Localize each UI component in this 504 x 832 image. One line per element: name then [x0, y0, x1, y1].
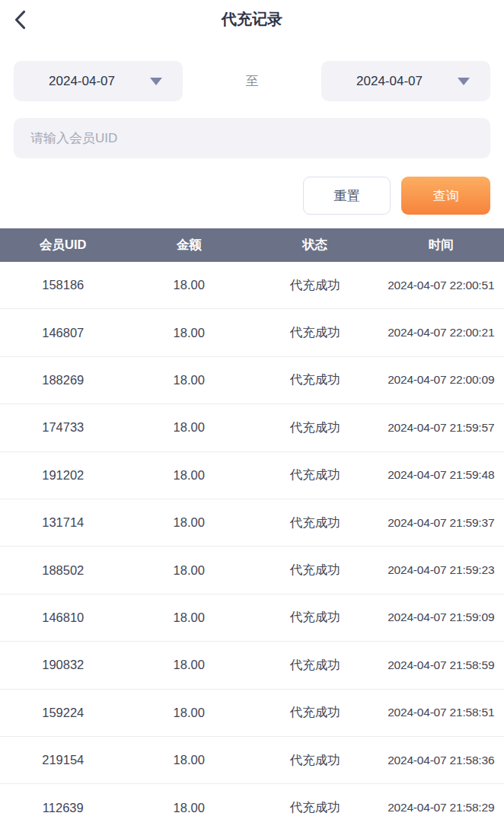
cell-status: 代充成功 [252, 657, 378, 674]
cell-status: 代充成功 [252, 562, 378, 579]
records-table: 会员UID 金额 状态 时间 158186 18.00 代充成功 2024-04… [0, 228, 504, 832]
cell-status: 代充成功 [252, 419, 378, 436]
table-row: 131714 18.00 代充成功 2024-04-07 21:59:37 [0, 499, 504, 547]
cell-status: 代充成功 [252, 799, 378, 816]
table-row: 112639 18.00 代充成功 2024-04-07 21:58:29 [0, 784, 504, 831]
cell-status: 代充成功 [252, 752, 378, 769]
cell-amount: 18.00 [126, 468, 253, 483]
column-header-time: 时间 [378, 237, 504, 253]
table-row: 191202 18.00 代充成功 2024-04-07 21:59:48 [0, 452, 504, 499]
table-row: 190832 18.00 代充成功 2024-04-07 21:58:59 [0, 642, 504, 689]
cell-uid: 112639 [0, 801, 126, 815]
date-range-to-label: 至 [246, 72, 259, 90]
cell-uid: 146807 [0, 326, 126, 340]
cell-amount: 18.00 [126, 753, 253, 767]
date-to-picker[interactable]: 2024-04-07 [321, 61, 490, 101]
cell-amount: 18.00 [126, 706, 253, 720]
cell-uid: 131714 [0, 515, 126, 530]
table-row: 158186 18.00 代充成功 2024-04-07 22:00:51 [0, 262, 504, 309]
cell-time: 2024-04-07 21:59:37 [378, 516, 504, 530]
date-from-value: 2024-04-07 [14, 74, 150, 89]
caret-down-icon [458, 78, 470, 85]
cell-status: 代充成功 [252, 704, 378, 721]
cell-uid: 158186 [0, 278, 126, 292]
cell-status: 代充成功 [252, 515, 378, 531]
cell-amount: 18.00 [126, 610, 253, 625]
cell-amount: 18.00 [126, 563, 253, 578]
search-button[interactable]: 查询 [401, 177, 490, 215]
cell-time: 2024-04-07 21:59:48 [378, 468, 504, 482]
table-row: 188502 18.00 代充成功 2024-04-07 21:59:23 [0, 547, 504, 594]
table-row: 159224 18.00 代充成功 2024-04-07 21:58:51 [0, 690, 504, 737]
app: 代充记录 2024-04-07 至 2024-04-07 重置 查询 会员UID… [0, 0, 504, 832]
cell-status: 代充成功 [252, 324, 378, 341]
caret-down-icon [150, 78, 162, 85]
date-range-row: 2024-04-07 至 2024-04-07 [14, 61, 490, 101]
cell-time: 2024-04-07 21:59:09 [378, 610, 504, 624]
table-row: 188269 18.00 代充成功 2024-04-07 22:00:09 [0, 357, 504, 404]
reset-button[interactable]: 重置 [303, 177, 391, 215]
cell-amount: 18.00 [126, 801, 253, 815]
cell-amount: 18.00 [126, 278, 253, 292]
table-row: 174733 18.00 代充成功 2024-04-07 21:59:57 [0, 404, 504, 451]
uid-input[interactable] [14, 118, 490, 158]
cell-time: 2024-04-07 21:58:36 [378, 754, 504, 767]
filter-actions: 重置 查询 [14, 177, 490, 215]
cell-uid: 146810 [0, 610, 126, 625]
table-row: 219154 18.00 代充成功 2024-04-07 21:58:36 [0, 737, 504, 784]
cell-time: 2024-04-07 21:59:23 [378, 563, 504, 577]
date-from-picker[interactable]: 2024-04-07 [14, 61, 183, 101]
cell-time: 2024-04-07 22:00:09 [378, 373, 504, 387]
date-to-value: 2024-04-07 [321, 74, 458, 89]
cell-uid: 174733 [0, 420, 126, 435]
navbar: 代充记录 [0, 0, 504, 38]
column-header-status: 状态 [252, 237, 378, 253]
cell-uid: 188502 [0, 563, 126, 578]
column-header-uid: 会员UID [0, 237, 126, 253]
cell-uid: 219154 [0, 753, 126, 767]
cell-uid: 188269 [0, 373, 126, 387]
table-body: 158186 18.00 代充成功 2024-04-07 22:00:51 14… [0, 262, 504, 832]
table-row: 146807 18.00 代充成功 2024-04-07 22:00:21 [0, 309, 504, 356]
cell-time: 2024-04-07 21:58:29 [378, 801, 504, 814]
cell-time: 2024-04-07 21:58:51 [378, 706, 504, 719]
cell-uid: 190832 [0, 658, 126, 672]
cell-status: 代充成功 [252, 371, 378, 388]
cell-status: 代充成功 [252, 609, 378, 626]
filter-panel: 2024-04-07 至 2024-04-07 重置 查询 [0, 38, 504, 215]
cell-time: 2024-04-07 21:59:57 [378, 421, 504, 435]
table-header: 会员UID 金额 状态 时间 [0, 228, 504, 262]
cell-amount: 18.00 [126, 515, 253, 530]
cell-uid: 159224 [0, 706, 126, 720]
column-header-amount: 金额 [126, 237, 253, 253]
cell-amount: 18.00 [126, 658, 253, 672]
cell-time: 2024-04-07 22:00:21 [378, 326, 504, 339]
cell-amount: 18.00 [126, 326, 253, 340]
cell-status: 代充成功 [252, 467, 378, 483]
page-title: 代充记录 [0, 9, 504, 30]
cell-time: 2024-04-07 21:58:59 [378, 658, 504, 672]
table-row: 146810 18.00 代充成功 2024-04-07 21:59:09 [0, 595, 504, 642]
cell-status: 代充成功 [252, 277, 378, 294]
cell-uid: 191202 [0, 468, 126, 483]
cell-amount: 18.00 [126, 420, 253, 435]
cell-time: 2024-04-07 22:00:51 [378, 279, 504, 292]
cell-amount: 18.00 [126, 373, 253, 387]
